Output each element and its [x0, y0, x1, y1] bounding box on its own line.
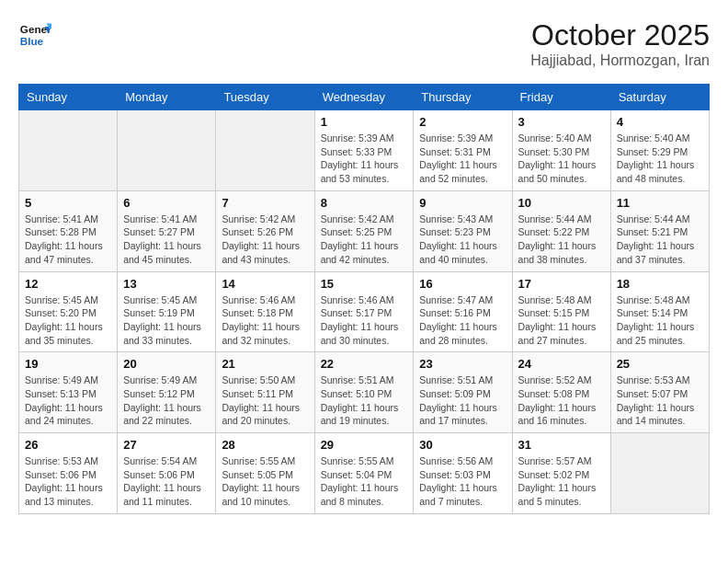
calendar-cell: 5Sunrise: 5:41 AM Sunset: 5:28 PM Daylig…	[19, 190, 118, 271]
calendar-cell	[610, 433, 709, 514]
day-number: 26	[25, 438, 111, 452]
calendar-cell: 19Sunrise: 5:49 AM Sunset: 5:13 PM Dayli…	[19, 352, 118, 433]
calendar-week-row: 26Sunrise: 5:53 AM Sunset: 5:06 PM Dayli…	[19, 433, 710, 514]
day-number: 5	[25, 196, 111, 210]
calendar-day-header: Friday	[512, 85, 610, 110]
calendar-cell: 13Sunrise: 5:45 AM Sunset: 5:19 PM Dayli…	[118, 271, 216, 352]
day-info: Sunrise: 5:46 AM Sunset: 5:18 PM Dayligh…	[222, 293, 308, 348]
day-number: 31	[518, 438, 605, 452]
calendar-cell	[19, 110, 118, 191]
day-info: Sunrise: 5:55 AM Sunset: 5:04 PM Dayligh…	[321, 454, 408, 509]
day-number: 15	[321, 277, 408, 291]
calendar-day-header: Monday	[118, 85, 216, 110]
calendar-day-header: Tuesday	[216, 85, 314, 110]
day-number: 8	[321, 196, 408, 210]
day-info: Sunrise: 5:49 AM Sunset: 5:13 PM Dayligh…	[25, 373, 111, 428]
calendar-cell: 10Sunrise: 5:44 AM Sunset: 5:22 PM Dayli…	[512, 190, 610, 271]
calendar-cell: 3Sunrise: 5:40 AM Sunset: 5:30 PM Daylig…	[512, 110, 610, 191]
day-number: 18	[617, 277, 703, 291]
day-number: 13	[123, 277, 210, 291]
calendar-cell: 1Sunrise: 5:39 AM Sunset: 5:33 PM Daylig…	[314, 110, 414, 191]
calendar-week-row: 12Sunrise: 5:45 AM Sunset: 5:20 PM Dayli…	[19, 271, 710, 352]
calendar-cell: 25Sunrise: 5:53 AM Sunset: 5:07 PM Dayli…	[610, 352, 709, 433]
day-info: Sunrise: 5:40 AM Sunset: 5:29 PM Dayligh…	[617, 132, 703, 186]
calendar-cell: 2Sunrise: 5:39 AM Sunset: 5:31 PM Daylig…	[414, 110, 512, 191]
calendar-week-row: 5Sunrise: 5:41 AM Sunset: 5:28 PM Daylig…	[19, 190, 710, 271]
calendar-cell: 6Sunrise: 5:41 AM Sunset: 5:27 PM Daylig…	[118, 190, 216, 271]
calendar-cell: 4Sunrise: 5:40 AM Sunset: 5:29 PM Daylig…	[610, 110, 709, 191]
calendar-day-header: Wednesday	[314, 85, 414, 110]
day-number: 29	[321, 438, 408, 452]
calendar-cell: 30Sunrise: 5:56 AM Sunset: 5:03 PM Dayli…	[414, 433, 512, 514]
day-info: Sunrise: 5:57 AM Sunset: 5:02 PM Dayligh…	[518, 454, 605, 509]
calendar-cell: 11Sunrise: 5:44 AM Sunset: 5:21 PM Dayli…	[610, 190, 709, 271]
day-info: Sunrise: 5:40 AM Sunset: 5:30 PM Dayligh…	[518, 132, 605, 186]
day-number: 11	[617, 196, 703, 210]
calendar-header-row: SundayMondayTuesdayWednesdayThursdayFrid…	[19, 85, 710, 110]
day-info: Sunrise: 5:54 AM Sunset: 5:06 PM Dayligh…	[123, 454, 210, 509]
day-info: Sunrise: 5:52 AM Sunset: 5:08 PM Dayligh…	[518, 373, 605, 428]
calendar-cell: 15Sunrise: 5:46 AM Sunset: 5:17 PM Dayli…	[314, 271, 414, 352]
day-info: Sunrise: 5:45 AM Sunset: 5:19 PM Dayligh…	[123, 293, 210, 348]
calendar-week-row: 19Sunrise: 5:49 AM Sunset: 5:13 PM Dayli…	[19, 352, 710, 433]
calendar-cell: 22Sunrise: 5:51 AM Sunset: 5:10 PM Dayli…	[314, 352, 414, 433]
calendar-cell: 9Sunrise: 5:43 AM Sunset: 5:23 PM Daylig…	[414, 190, 512, 271]
day-info: Sunrise: 5:43 AM Sunset: 5:23 PM Dayligh…	[419, 213, 506, 267]
day-info: Sunrise: 5:39 AM Sunset: 5:33 PM Dayligh…	[321, 132, 408, 186]
day-number: 30	[419, 438, 506, 452]
day-info: Sunrise: 5:50 AM Sunset: 5:11 PM Dayligh…	[222, 373, 308, 428]
day-number: 24	[518, 357, 605, 371]
calendar-cell: 8Sunrise: 5:42 AM Sunset: 5:25 PM Daylig…	[314, 190, 414, 271]
day-number: 17	[518, 277, 605, 291]
day-number: 10	[518, 196, 605, 210]
day-number: 1	[321, 115, 408, 129]
day-number: 6	[123, 196, 210, 210]
calendar-cell: 18Sunrise: 5:48 AM Sunset: 5:14 PM Dayli…	[610, 271, 709, 352]
calendar-day-header: Saturday	[610, 85, 709, 110]
day-number: 9	[419, 196, 506, 210]
day-number: 3	[518, 115, 605, 129]
calendar-cell: 31Sunrise: 5:57 AM Sunset: 5:02 PM Dayli…	[512, 433, 610, 514]
month-title: October 2025	[530, 18, 710, 52]
svg-text:Blue: Blue	[20, 35, 44, 47]
calendar-cell: 28Sunrise: 5:55 AM Sunset: 5:05 PM Dayli…	[216, 433, 314, 514]
day-number: 4	[617, 115, 703, 129]
day-info: Sunrise: 5:51 AM Sunset: 5:10 PM Dayligh…	[321, 373, 408, 428]
calendar-cell: 21Sunrise: 5:50 AM Sunset: 5:11 PM Dayli…	[216, 352, 314, 433]
day-info: Sunrise: 5:49 AM Sunset: 5:12 PM Dayligh…	[123, 373, 210, 428]
day-number: 16	[419, 277, 506, 291]
day-number: 22	[321, 357, 408, 371]
calendar-cell: 17Sunrise: 5:48 AM Sunset: 5:15 PM Dayli…	[512, 271, 610, 352]
day-number: 7	[222, 196, 308, 210]
calendar-cell: 27Sunrise: 5:54 AM Sunset: 5:06 PM Dayli…	[118, 433, 216, 514]
day-number: 21	[222, 357, 308, 371]
day-info: Sunrise: 5:53 AM Sunset: 5:06 PM Dayligh…	[25, 454, 111, 509]
day-info: Sunrise: 5:48 AM Sunset: 5:14 PM Dayligh…	[617, 293, 703, 348]
day-info: Sunrise: 5:51 AM Sunset: 5:09 PM Dayligh…	[419, 373, 506, 428]
day-number: 2	[419, 115, 506, 129]
day-number: 28	[222, 438, 308, 452]
title-block: October 2025 Hajjiabad, Hormozgan, Iran	[530, 18, 710, 69]
day-number: 20	[123, 357, 210, 371]
day-number: 27	[123, 438, 210, 452]
day-info: Sunrise: 5:53 AM Sunset: 5:07 PM Dayligh…	[617, 373, 703, 428]
calendar-cell: 20Sunrise: 5:49 AM Sunset: 5:12 PM Dayli…	[118, 352, 216, 433]
calendar-cell	[118, 110, 216, 191]
day-info: Sunrise: 5:41 AM Sunset: 5:27 PM Dayligh…	[123, 213, 210, 267]
calendar-cell: 23Sunrise: 5:51 AM Sunset: 5:09 PM Dayli…	[414, 352, 512, 433]
day-info: Sunrise: 5:41 AM Sunset: 5:28 PM Dayligh…	[25, 213, 111, 267]
day-info: Sunrise: 5:44 AM Sunset: 5:21 PM Dayligh…	[617, 213, 703, 267]
calendar-cell: 14Sunrise: 5:46 AM Sunset: 5:18 PM Dayli…	[216, 271, 314, 352]
day-number: 23	[419, 357, 506, 371]
day-number: 19	[25, 357, 111, 371]
day-info: Sunrise: 5:42 AM Sunset: 5:26 PM Dayligh…	[222, 213, 308, 267]
day-info: Sunrise: 5:39 AM Sunset: 5:31 PM Dayligh…	[419, 132, 506, 186]
calendar-cell	[216, 110, 314, 191]
calendar-cell: 16Sunrise: 5:47 AM Sunset: 5:16 PM Dayli…	[414, 271, 512, 352]
day-info: Sunrise: 5:46 AM Sunset: 5:17 PM Dayligh…	[321, 293, 408, 348]
day-number: 14	[222, 277, 308, 291]
calendar-cell: 26Sunrise: 5:53 AM Sunset: 5:06 PM Dayli…	[19, 433, 118, 514]
logo: General Blue	[18, 18, 51, 52]
day-info: Sunrise: 5:55 AM Sunset: 5:05 PM Dayligh…	[222, 454, 308, 509]
calendar-cell: 7Sunrise: 5:42 AM Sunset: 5:26 PM Daylig…	[216, 190, 314, 271]
